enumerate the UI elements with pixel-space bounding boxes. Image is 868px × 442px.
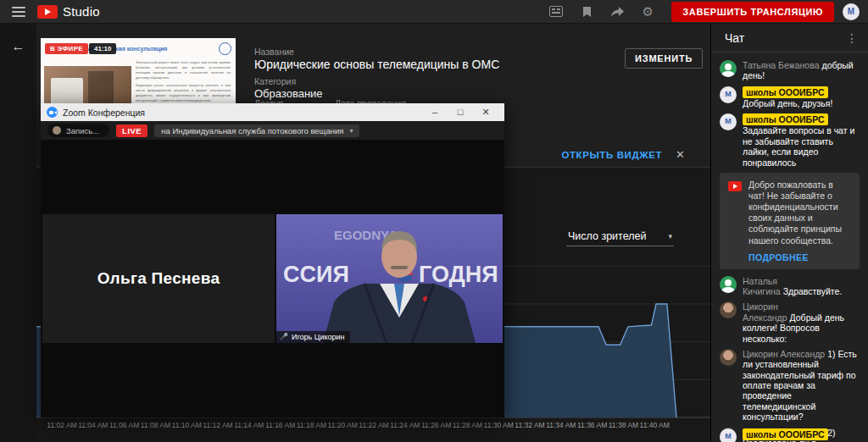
title-value: Юридические основы телемедицины в ОМС: [254, 58, 499, 71]
chat-message-body: Наталья КичигинаЗдравствуйте.: [743, 276, 860, 297]
x-tick-label: 11:20 AM: [328, 421, 358, 429]
youtube-logo-icon[interactable]: [37, 5, 58, 19]
chat-avatar: [720, 349, 737, 366]
title-label: Название: [254, 47, 294, 57]
x-tick-label: 11:32 AM: [515, 421, 544, 429]
chat-author: Наталья Кичигина: [743, 276, 781, 296]
chat-message: Цикорин АлександрДобрый день коллеги! Во…: [720, 301, 860, 344]
participant-tile-left: Ольга Песнева: [42, 214, 275, 343]
x-tick-label: 11:12 AM: [203, 421, 232, 429]
live-dashboard-icon[interactable]: [548, 4, 564, 19]
mini-sidebar: ←: [0, 24, 36, 442]
chat-title: Чат: [725, 31, 744, 45]
x-tick-label: 11:08 AM: [141, 421, 170, 429]
widget-row: ОТКРЫТЬ ВИДЖЕТ ✕: [561, 148, 685, 161]
metric-selector[interactable]: Число зрителей ▾: [566, 227, 674, 246]
zoom-stage: Ольга Песнева EGODNYA ССИЯ ГОДНЯ: [41, 140, 504, 417]
x-tick-label: 11:30 AM: [484, 421, 514, 429]
zoom-window-titlebar[interactable]: Zoom Конференция – □ ✕: [41, 103, 504, 121]
chat-menu-icon[interactable]: ⋮: [843, 31, 861, 45]
chat-author: школы ОООИБРС: [743, 428, 828, 440]
account-avatar[interactable]: М: [843, 3, 860, 20]
chat-text: 1) Есть ли установленный законодательный…: [743, 349, 857, 422]
chat-system-message: Добро пожаловать в чат! Не забывайте о к…: [720, 173, 860, 269]
chat-message-body: школы ОООИБРСЗадавайте вопросы в чат и н…: [743, 113, 860, 168]
chat-avatar: [720, 113, 737, 130]
chat-message-body: школы ОООИБРСДобрый день, друзья!: [743, 86, 860, 109]
svg-text:ГОДНЯ: ГОДНЯ: [419, 262, 498, 287]
x-tick-label: 11:38 AM: [609, 421, 638, 429]
participant-name: Ольга Песнева: [97, 269, 220, 288]
stream-target-dropdown[interactable]: на Индивидуальная служба потокового веща…: [154, 124, 359, 137]
window-minimize-button[interactable]: –: [422, 103, 448, 121]
chat-header: Чат ⋮: [711, 24, 868, 52]
mic-muted-icon: 🎤: [280, 334, 288, 340]
svg-text:ССИЯ: ССИЯ: [283, 262, 349, 287]
window-close-button[interactable]: ✕: [473, 103, 498, 121]
chat-message: школы ОООИБРСДобрый день, друзья!: [720, 86, 860, 109]
youtube-icon: [728, 181, 742, 191]
recording-indicator[interactable]: Запись...: [47, 124, 109, 137]
chat-text: Задавайте вопросы в чат и не забывайте с…: [743, 125, 854, 167]
slide-logo-icon: ∴: [219, 42, 231, 55]
chevron-down-icon: ▾: [349, 127, 353, 135]
chat-avatar: [720, 60, 737, 77]
chat-author: Цикорин Александр: [743, 349, 825, 359]
x-tick-label: 11:06 AM: [109, 421, 139, 429]
chat-message-body: Татьяна Бежановадобрый день!: [743, 60, 860, 81]
participant-name: Игорь Цикорин: [292, 333, 345, 341]
x-tick-label: 11:18 AM: [297, 421, 326, 429]
x-tick-label: 11:24 AM: [390, 421, 420, 429]
bookmark-icon[interactable]: [579, 4, 594, 19]
system-message-text: Добро пожаловать в чат! Не забывайте о к…: [748, 180, 851, 246]
zoom-window: Zoom Конференция – □ ✕ Запись... LIVE на…: [41, 103, 504, 417]
chat-panel: Чат ⋮ Татьяна Бежановадобрый день!школы …: [710, 24, 868, 442]
x-tick-label: 11:22 AM: [359, 421, 388, 429]
chat-message: Наталья КичигинаЗдравствуйте.: [720, 276, 860, 297]
x-tick-label: 11:04 AM: [78, 421, 108, 429]
chat-avatar: [720, 301, 737, 318]
chevron-down-icon: ▾: [668, 232, 672, 240]
x-tick-label: 11:34 AM: [546, 421, 576, 429]
chat-message: Цикорин Александр1) Есть ли установленны…: [720, 349, 860, 423]
x-tick-label: 11:16 AM: [265, 421, 295, 429]
chat-text: Здравствуйте.: [783, 286, 843, 296]
edit-button[interactable]: ИЗМЕНИТЬ: [625, 48, 703, 69]
participant-tile-right: EGODNYA ССИЯ ГОДНЯ 🎤 Игорь Цикорин: [276, 214, 503, 343]
chat-avatar: [720, 86, 737, 103]
system-message-link[interactable]: ПОДРОБНЕЕ: [748, 252, 851, 262]
chat-text: Добрый день, друзья!: [743, 98, 832, 108]
slide-body-text: Электронный рецепт может быть выдан при …: [136, 60, 231, 106]
recording-avatar-icon: [53, 126, 61, 135]
chat-message-body: Цикорин АлександрДобрый день коллеги! Во…: [743, 301, 860, 344]
chat-author: Цикорин Александр: [743, 301, 787, 322]
chat-message: школы ОООИБРСЗадавайте вопросы в чат и н…: [720, 113, 860, 168]
chat-message-body: школы ОООИБРС: [743, 428, 831, 442]
back-arrow-icon[interactable]: ←: [0, 39, 36, 54]
zoom-toolbar: Запись... LIVE на Индивидуальная служба …: [41, 121, 504, 140]
live-badge: В ЭФИРЕ: [45, 43, 88, 54]
live-timer: 41:10: [89, 43, 116, 54]
chat-message-body: Цикорин Александр1) Есть ли установленны…: [743, 349, 860, 423]
chat-message: школы ОООИБРС: [720, 428, 860, 442]
x-tick-label: 11:28 AM: [453, 421, 482, 429]
category-label: Категория: [254, 76, 296, 86]
chat-message-list: Татьяна Бежановадобрый день!школы ОООИБР…: [711, 53, 868, 442]
open-widget-link[interactable]: ОТКРЫТЬ ВИДЖЕТ: [561, 150, 662, 160]
x-tick-label: 11:40 AM: [640, 421, 670, 429]
chat-author: Татьяна Бежанова: [743, 60, 820, 70]
zoom-app-icon: [47, 107, 58, 118]
chat-message: Татьяна Бежановадобрый день!: [720, 60, 860, 81]
x-tick-label: 11:26 AM: [421, 421, 451, 429]
top-bar: Studio ⚙ ЗАВЕРШИТЬ ТРАНСЛЯЦИЮ М: [0, 0, 868, 24]
widget-close-icon[interactable]: ✕: [676, 148, 685, 161]
end-stream-button[interactable]: ЗАВЕРШИТЬ ТРАНСЛЯЦИЮ: [671, 2, 834, 22]
chat-avatar: [720, 428, 737, 442]
app-root: Studio ⚙ ЗАВЕРШИТЬ ТРАНСЛЯЦИЮ М ← рецепт…: [0, 0, 868, 442]
participant-name-tag: 🎤 Игорь Цикорин: [276, 331, 350, 343]
settings-gear-icon[interactable]: ⚙: [640, 4, 655, 19]
window-maximize-button[interactable]: □: [448, 103, 473, 121]
studio-brand: Studio: [63, 4, 100, 19]
share-icon[interactable]: [609, 4, 625, 19]
menu-icon[interactable]: [12, 7, 25, 17]
